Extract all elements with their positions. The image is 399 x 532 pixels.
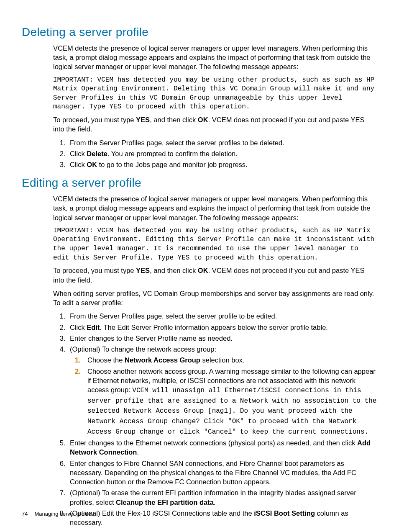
txt: Choose the [87, 356, 125, 364]
txt: . You are prompted to confirm the deleti… [107, 150, 238, 157]
ok-bold: OK [198, 116, 208, 123]
yes-bold: YES [136, 116, 150, 123]
txt: To proceed, you must type [53, 116, 136, 123]
txt: . [214, 499, 216, 506]
edit-important-msg: IMPORTANT: VCEM has detected you may be … [53, 226, 377, 262]
edit-proceed: To proceed, you must type YES, and then … [53, 266, 377, 285]
edit-step-6: Enter changes to Fibre Channel SAN conne… [67, 459, 377, 487]
delete-proceed: To proceed, you must type YES, and then … [53, 115, 377, 134]
txt: . [137, 448, 139, 456]
txt: Enter changes to the Ethernet network co… [70, 439, 357, 447]
ok-bold: OK [87, 161, 97, 168]
section-heading-editing: Editing a server profile [22, 175, 377, 191]
edit-readonly-note: When editing server profiles, VC Domain … [53, 289, 377, 308]
page-number: 74 [22, 511, 28, 517]
delete-bold: Delete [87, 150, 107, 157]
txt: . The Edit Server Profile information ap… [100, 324, 328, 331]
delete-important-msg: IMPORTANT: VCEM has detected you may be … [53, 76, 377, 112]
yes-bold: YES [136, 267, 150, 274]
txt: , and then click [150, 116, 198, 123]
page-footer: 74Managing server profiles [22, 510, 94, 518]
edit-step-7: (Optional) To erase the current EFI part… [67, 488, 377, 507]
edit-step-4: (Optional) To change the network access … [67, 344, 377, 437]
delete-steps: From the Server Profiles page, select th… [53, 138, 377, 170]
edit-intro: VCEM detects the presence of logical ser… [53, 194, 377, 222]
delete-step-2: Click Delete. You are prompted to confir… [67, 149, 377, 158]
edit-step-5: Enter changes to the Ethernet network co… [67, 438, 377, 457]
delete-intro: VCEM detects the presence of logical ser… [53, 44, 377, 72]
edit-substep-2: Choose another network access group. A w… [84, 367, 377, 437]
footer-chapter: Managing server profiles [34, 511, 94, 517]
delete-step-1: From the Server Profiles page, select th… [67, 138, 377, 147]
edit-bold: Edit [87, 324, 100, 331]
edit-step-3: Enter changes to the Server Profile name… [67, 334, 377, 343]
edit-step-8: (Optional) Edit the Flex-10 iSCSI Connec… [67, 509, 377, 527]
delete-step-3: Click OK to go to the Jobs page and moni… [67, 160, 377, 169]
txt: , and then click [150, 267, 198, 274]
edit-substeps: Choose the Network Access Group selectio… [70, 355, 377, 437]
txt: to go to the Jobs page and monitor job p… [97, 161, 248, 168]
edit-step-1: From the Server Profiles page, select th… [67, 311, 377, 321]
txt: To proceed, you must type [53, 267, 136, 274]
iscsi-bold: iSCSI Boot Setting [254, 509, 315, 517]
edit-substep-1: Choose the Network Access Group selectio… [84, 355, 377, 365]
section-heading-deleting: Deleting a server profile [22, 24, 377, 40]
txt: (Optional) Edit the Flex-10 iSCSI Connec… [70, 509, 254, 517]
edit-substep-mono: VCEM will unassign all Ethernet/iSCSI co… [87, 387, 381, 435]
txt: Click [70, 324, 87, 331]
edit-step-2: Click Edit. The Edit Server Profile info… [67, 323, 377, 332]
ok-bold: OK [198, 267, 208, 274]
txt: (Optional) To change the network access … [70, 345, 216, 353]
efi-bold: Cleanup the EFI partition data [116, 499, 214, 506]
nag-bold: Network Access Group [125, 356, 200, 364]
edit-steps: From the Server Profiles page, select th… [53, 311, 377, 527]
txt: Click [70, 150, 87, 157]
txt: selection box. [200, 356, 244, 364]
txt: Click [70, 161, 87, 168]
